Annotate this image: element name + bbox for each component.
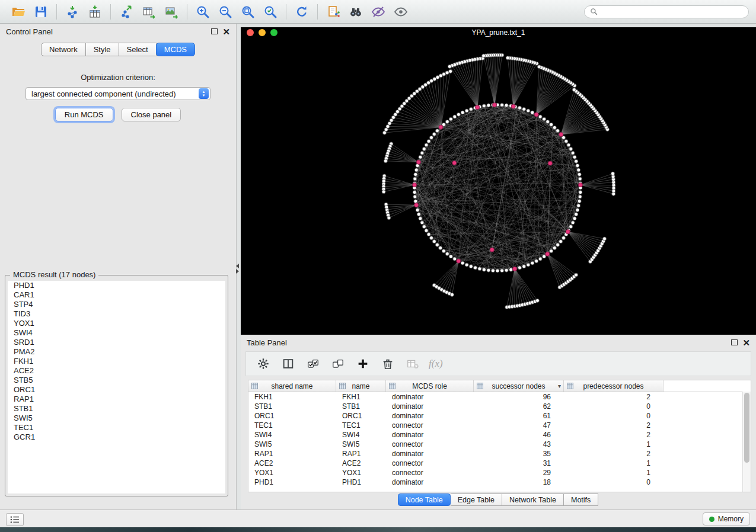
close-panel-button[interactable]: Close panel [122,108,181,121]
mcds-result-item[interactable]: PMA2 [8,347,225,357]
zoom-out-icon[interactable] [214,3,237,21]
window-zoom-button[interactable] [270,29,277,36]
table-cell: 29 [474,469,564,477]
search-input[interactable] [601,7,743,17]
save-icon[interactable] [30,3,52,21]
mcds-result-item[interactable]: ORC1 [8,385,225,395]
window-close-button[interactable] [247,29,254,36]
analyzer-off-icon[interactable] [367,3,390,21]
network-window-title: YPA_prune.txt_1 [472,28,525,37]
select-all-icon[interactable] [304,355,322,372]
column-header-shared-name[interactable]: shared name [248,380,336,392]
delete-icon[interactable] [379,355,397,372]
window-minimize-button[interactable] [259,29,266,36]
float-panel-icon[interactable] [211,28,218,34]
scrollbar-thumb[interactable] [744,393,749,463]
table-settings-icon[interactable] [254,355,272,372]
table-cell: 18 [474,478,564,486]
mcds-result-item[interactable]: STB5 [8,376,225,385]
network-canvas[interactable] [241,38,756,335]
add-icon[interactable] [354,355,372,372]
import-network-icon[interactable] [61,3,84,21]
mcds-result-item[interactable]: FKH1 [8,357,225,366]
open-file-icon[interactable] [7,3,30,21]
float-panel-icon[interactable] [731,339,738,345]
table-row[interactable]: YOX1YOX1connector291 [248,468,751,477]
table-row[interactable]: FKH1FKH1dominator962 [248,392,751,402]
mcds-result-item[interactable]: TID3 [8,309,225,319]
mcds-result-item[interactable]: ACE2 [8,366,225,376]
mcds-result-item[interactable]: SWI5 [8,414,225,423]
find-icon[interactable] [344,3,367,21]
tab-style[interactable]: Style [86,43,119,56]
tab-node-table[interactable]: Node Table [398,493,451,506]
apply-layout-icon[interactable] [291,3,313,21]
import-table-icon[interactable] [84,3,106,21]
zoom-in-icon[interactable] [192,3,214,21]
node-table: shared namenameMCDS rolesuccessor nodes▾… [248,380,751,492]
control-panel-tabs: NetworkStyleSelectMCDS [0,43,236,56]
mcds-result-item[interactable]: GCR1 [8,432,225,442]
column-header-name[interactable]: name [336,380,386,392]
table-row[interactable]: PHD1PHD1dominator180 [248,477,751,487]
table-cell: connector [386,440,474,448]
clone-network-icon[interactable] [322,3,344,21]
export-network-icon[interactable] [115,3,138,21]
table-row[interactable]: SWI4SWI4dominator462 [248,430,751,440]
column-attribute-icon [567,383,573,389]
panel-resize-handle[interactable] [236,263,241,275]
close-panel-icon[interactable]: ✕ [742,338,750,347]
criterion-dropdown[interactable]: largest connected component (undirected)… [25,87,210,100]
tab-edge-table[interactable]: Edge Table [451,493,502,506]
column-header-successor-nodes[interactable]: successor nodes▾ [474,380,564,392]
table-row[interactable]: ORC1ORC1dominator610 [248,411,751,421]
search-icon [590,8,598,15]
column-attribute-icon [339,383,346,389]
run-mcds-button[interactable]: Run MCDS [55,108,113,121]
table-row[interactable]: STB1STB1dominator620 [248,402,751,411]
column-header-MCDS-role[interactable]: MCDS role [386,380,474,392]
mcds-result-list[interactable]: PHD1CAR1STP4TID3YOX1SWI4SRD1PMA2FKH1ACE2… [8,281,225,493]
table-row[interactable]: TEC1TEC1connector472 [248,421,751,430]
deselect-all-icon[interactable] [329,355,347,372]
table-scrollbar[interactable] [742,392,751,492]
tab-mcds[interactable]: MCDS [156,43,195,56]
table-cell: SWI4 [248,431,336,439]
table-panel-title: Table Panel [247,338,287,347]
table-row[interactable]: RAP1RAP1dominator352 [248,449,751,459]
table-row[interactable]: ACE2ACE2connector311 [248,459,751,468]
tab-motifs[interactable]: Motifs [564,493,598,506]
mcds-result-item[interactable]: PHD1 [8,281,225,290]
column-header-predecessor-nodes[interactable]: predecessor nodes [564,380,664,392]
mcds-result-item[interactable]: STB1 [8,404,225,414]
mcds-result-item[interactable]: CAR1 [8,290,225,300]
panel-menu-button[interactable] [6,513,24,526]
zoom-selected-icon[interactable] [259,3,282,21]
mcds-result-item[interactable]: STP4 [8,300,225,309]
memory-status-icon [709,517,714,522]
search-field[interactable] [584,5,749,18]
network-window-titlebar: YPA_prune.txt_1 [241,27,756,38]
show-graphics-icon[interactable] [390,3,412,21]
tab-network[interactable]: Network [41,43,86,56]
table-toolbar: f(x) [245,351,751,376]
mcds-result-item[interactable]: SRD1 [8,338,225,347]
mcds-result-item[interactable]: YOX1 [8,319,225,328]
table-cell: TEC1 [248,421,336,430]
table-row[interactable]: SWI5SWI5connector431 [248,440,751,449]
mcds-result-item[interactable]: SWI4 [8,328,225,338]
tab-network-table[interactable]: Network Table [502,493,564,506]
mcds-result-item[interactable]: RAP1 [8,395,225,404]
mcds-result-item[interactable]: TEC1 [8,423,225,432]
export-table-icon[interactable] [138,3,160,21]
show-columns-icon[interactable] [279,355,297,372]
memory-button[interactable]: Memory [703,512,750,525]
table-cell: SWI5 [248,440,336,448]
zoom-fit-icon[interactable] [237,3,259,21]
table-cell: 2 [564,393,664,401]
memory-label: Memory [718,515,744,523]
tab-select[interactable]: Select [119,43,157,56]
control-panel: Control Panel ✕ NetworkStyleSelectMCDS O… [0,24,237,509]
export-image-icon[interactable] [160,3,183,21]
close-panel-icon[interactable]: ✕ [222,27,230,36]
